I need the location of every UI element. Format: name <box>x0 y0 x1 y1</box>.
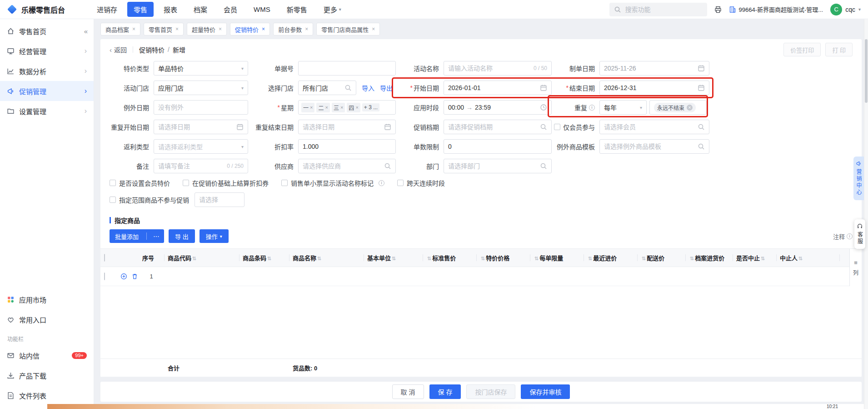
sort-icon[interactable]: ⇅ <box>427 256 431 261</box>
store-picker[interactable] <box>298 81 356 95</box>
operate-button[interactable]: 操作▾ <box>200 229 229 243</box>
delete-row-icon[interactable] <box>131 273 138 280</box>
info-icon[interactable]: i <box>847 233 853 239</box>
sort-icon[interactable]: ⇅ <box>690 256 694 261</box>
printer-icon[interactable] <box>714 6 722 13</box>
exception-template-picker[interactable] <box>599 139 709 154</box>
sidebar-item-analytics[interactable]: 数据分析 › <box>0 61 94 81</box>
sort-icon[interactable]: ⇅ <box>192 256 196 261</box>
menu-item-retail[interactable]: 零售 <box>127 2 154 17</box>
sidebar-item-settings[interactable]: 设置管理 › <box>0 101 94 121</box>
sidebar-item-app-market[interactable]: 应用市场 <box>0 289 94 309</box>
column-settings-button[interactable]: ≡ 列 <box>849 249 862 286</box>
department-picker[interactable] <box>444 159 552 173</box>
save-by-store-button[interactable]: 按门店保存 <box>466 384 515 399</box>
member-only-checkbox[interactable] <box>554 124 560 130</box>
add-row-icon[interactable] <box>120 273 127 280</box>
tab-over-quota-special[interactable]: 超量特价× <box>187 23 227 35</box>
rebate-type-select[interactable]: 请选择返利类型▾ <box>154 139 248 154</box>
create-date-picker[interactable] <box>599 61 709 76</box>
price-tag-print-button[interactable]: 价签打印 <box>783 43 821 56</box>
table-row[interactable]: 1 <box>100 267 862 286</box>
menu-item-reports[interactable]: 报表 <box>157 2 184 17</box>
remove-tag-icon[interactable]: × <box>310 105 313 110</box>
sort-icon[interactable]: ⇅ <box>267 256 271 261</box>
export-button[interactable]: 导 出 <box>169 229 195 243</box>
select-all-checkbox[interactable] <box>104 254 105 262</box>
member-picker[interactable] <box>599 120 709 134</box>
start-date-picker[interactable] <box>444 81 552 95</box>
tab-front-params[interactable]: 前台参数× <box>273 23 313 35</box>
close-icon[interactable]: × <box>132 26 135 32</box>
option-exclude-range[interactable]: 指定范围商品不参与促销 <box>110 195 189 204</box>
batch-add-button[interactable]: 批量添加 ⋯ <box>110 229 164 243</box>
promo-period-picker[interactable] <box>444 120 552 134</box>
doc-no-input[interactable] <box>303 65 391 72</box>
sort-icon[interactable]: ⇅ <box>642 256 646 261</box>
checkbox[interactable] <box>281 180 288 186</box>
repeat-start-picker[interactable] <box>154 120 248 134</box>
row-checkbox[interactable] <box>104 273 105 280</box>
import-link[interactable]: 导入 <box>362 83 374 92</box>
info-icon[interactable]: i <box>589 105 595 111</box>
menu-item-new-retail[interactable]: 新零售 <box>280 2 314 17</box>
menu-item-more[interactable]: 更多▾ <box>317 2 348 17</box>
checkbox[interactable] <box>397 180 404 186</box>
supplier-picker[interactable] <box>298 159 396 173</box>
close-icon[interactable]: × <box>262 26 265 32</box>
more-options-icon[interactable]: ⋯ <box>149 232 164 240</box>
search-input[interactable] <box>624 5 703 14</box>
menu-item-inventory[interactable]: 进销存 <box>90 2 124 17</box>
print-button[interactable]: 打 印 <box>825 43 853 56</box>
close-icon[interactable]: × <box>219 26 222 32</box>
scrollbar-thumb[interactable] <box>865 39 868 103</box>
org-selector[interactable]: 99664-新界面商超版测试-管理... <box>729 5 823 14</box>
remark-input[interactable] <box>158 162 224 170</box>
option-coupon-on-promo[interactable]: 在促销价基础上结算折扣券 <box>183 178 269 187</box>
checkbox[interactable] <box>110 180 116 186</box>
marketing-center-tab[interactable]: 营销中心 <box>853 157 864 200</box>
sort-icon[interactable]: ⇅ <box>798 256 803 261</box>
tab-product-archive[interactable]: 商品档案× <box>100 23 140 35</box>
weekday-multiselect[interactable]: 一× 二× 三× 四× + 3 ... <box>298 100 396 115</box>
exclude-range-picker[interactable] <box>195 192 244 207</box>
sidebar-item-promotion[interactable]: 促销管理 › <box>0 81 94 101</box>
menu-item-wms[interactable]: WMS <box>247 3 277 16</box>
sidebar-item-operations[interactable]: 经营管理 › <box>0 41 94 61</box>
save-button[interactable]: 保 存 <box>429 384 461 399</box>
customer-service-button[interactable]: 客服 <box>854 219 865 249</box>
sort-icon[interactable]: ⇅ <box>588 256 592 261</box>
tab-store-product-attrs[interactable]: 零售门店商品属性× <box>316 23 380 35</box>
cancel-button[interactable]: 取 消 <box>392 384 424 399</box>
time-range-picker[interactable]: 00:00 → 23:59 <box>444 100 552 115</box>
order-limit-input[interactable] <box>448 143 547 150</box>
menu-item-archives[interactable]: 档案 <box>187 2 214 17</box>
sort-icon[interactable]: ⇅ <box>761 256 765 261</box>
end-date-picker[interactable] <box>599 81 709 95</box>
option-member-special[interactable]: 是否设置会员特价 <box>110 178 170 187</box>
save-and-audit-button[interactable]: 保存并审核 <box>521 384 570 399</box>
sort-icon[interactable]: ⇅ <box>392 256 396 261</box>
tab-retail-home[interactable]: 零售首页× <box>144 23 184 35</box>
global-search[interactable] <box>609 3 707 16</box>
back-button[interactable]: ‹返回 <box>110 45 127 54</box>
export-link[interactable]: 导出 <box>380 83 393 92</box>
discount-rate-input[interactable] <box>303 143 391 150</box>
user-menu[interactable]: C cqc ▾ <box>830 4 861 15</box>
option-receipt-mark[interactable]: 销售单小票显示活动名称标记i <box>281 178 384 187</box>
sort-icon[interactable]: ⇅ <box>481 256 485 261</box>
sidebar-item-product-download[interactable]: 产品下载 <box>0 365 94 385</box>
remove-tag-icon[interactable]: × <box>340 105 343 110</box>
close-icon[interactable]: × <box>372 26 375 32</box>
exception-date-input[interactable] <box>158 104 244 111</box>
activity-name-input[interactable] <box>448 65 531 72</box>
vertical-scrollbar[interactable] <box>864 19 868 409</box>
option-cross-day[interactable]: 跨天连续时段 <box>397 178 445 187</box>
remove-tag-icon[interactable]: × <box>687 105 693 111</box>
checkbox[interactable] <box>183 180 189 186</box>
remove-tag-icon[interactable]: × <box>355 105 358 110</box>
tab-promo-special[interactable]: 促销特价× <box>230 23 270 35</box>
activity-store-select[interactable]: 应用门店▾ <box>154 81 248 95</box>
sort-icon[interactable]: ⇅ <box>317 256 321 261</box>
sidebar-item-home[interactable]: 零售首页 « <box>0 21 94 41</box>
